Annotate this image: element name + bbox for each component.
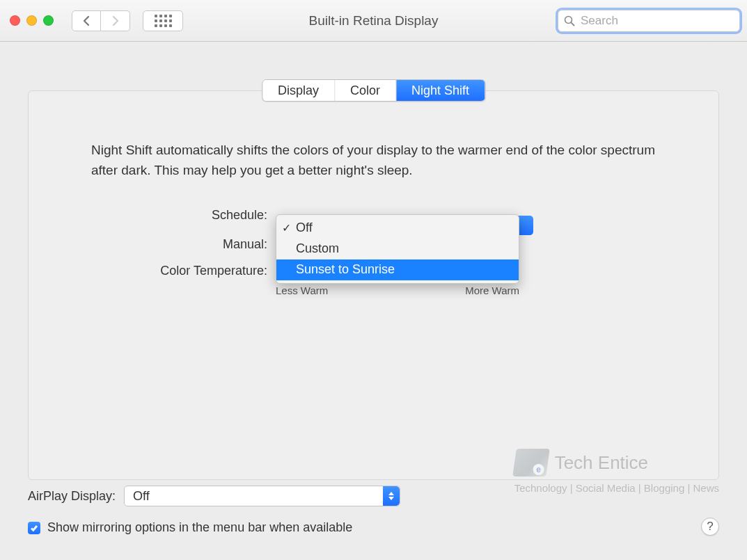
footer: AirPlay Display: Off Show mirroring opti… [28,486,719,535]
window-controls [10,15,54,26]
menu-item-label: Custom [296,241,339,256]
manual-label: Manual: [119,237,276,252]
search-field[interactable] [558,10,740,32]
slider-label-less: Less Warm [276,285,328,296]
form-rows: Schedule: ✓ Off Custom Sunset to Sunrise [119,205,620,291]
zoom-window-button[interactable] [43,15,54,26]
menu-item-label: Sunset to Sunrise [296,262,395,277]
minimize-window-button[interactable] [26,15,37,26]
checkmark-icon: ✓ [282,221,291,234]
menu-item-off[interactable]: ✓ Off [276,218,519,239]
schedule-label: Schedule: [119,208,276,223]
search-input[interactable] [579,13,734,29]
menu-item-sunset-sunrise[interactable]: Sunset to Sunrise [276,259,519,280]
tab-color[interactable]: Color [335,80,396,101]
forward-button[interactable] [101,10,130,31]
help-icon: ? [707,520,713,534]
schedule-dropdown-stepper[interactable] [518,216,533,235]
close-window-button[interactable] [10,15,20,26]
svg-line-1 [571,22,574,25]
color-temp-label: Color Temperature: [119,264,276,278]
mirroring-checkbox-row: Show mirroring options in the menu bar w… [28,520,719,535]
menu-item-label: Off [296,221,313,235]
slider-label-more: More Warm [465,285,519,296]
grid-icon [155,15,172,27]
slider-labels: Less Warm More Warm [276,285,519,296]
airplay-label: AirPlay Display: [28,489,116,504]
chevron-right-icon [111,15,120,26]
mirroring-checkbox[interactable] [28,522,40,534]
menu-item-custom[interactable]: Custom [276,239,519,259]
airplay-select[interactable]: Off [124,486,400,506]
settings-panel: Display Color Night Shift Night Shift au… [28,90,719,480]
search-icon [564,15,575,26]
airplay-value: Off [133,489,150,504]
schedule-row: Schedule: ✓ Off Custom Sunset to Sunrise [119,205,620,226]
show-all-button[interactable] [143,10,183,31]
tab-control: Display Color Night Shift [262,79,485,102]
toolbar: Built-in Retina Display [0,0,747,42]
mirroring-label: Show mirroring options in the menu bar w… [47,520,352,535]
select-stepper-icon [383,486,400,506]
help-button[interactable]: ? [701,518,719,536]
checkmark-icon [30,524,38,532]
night-shift-description: Night Shift automatically shifts the col… [91,140,656,181]
back-button[interactable] [72,10,101,31]
tab-display[interactable]: Display [262,80,335,101]
chevron-left-icon [82,15,91,26]
nav-buttons [72,10,130,31]
tab-night-shift[interactable]: Night Shift [396,80,485,101]
schedule-dropdown-menu: ✓ Off Custom Sunset to Sunrise [276,214,519,284]
airplay-row: AirPlay Display: Off [28,486,719,506]
